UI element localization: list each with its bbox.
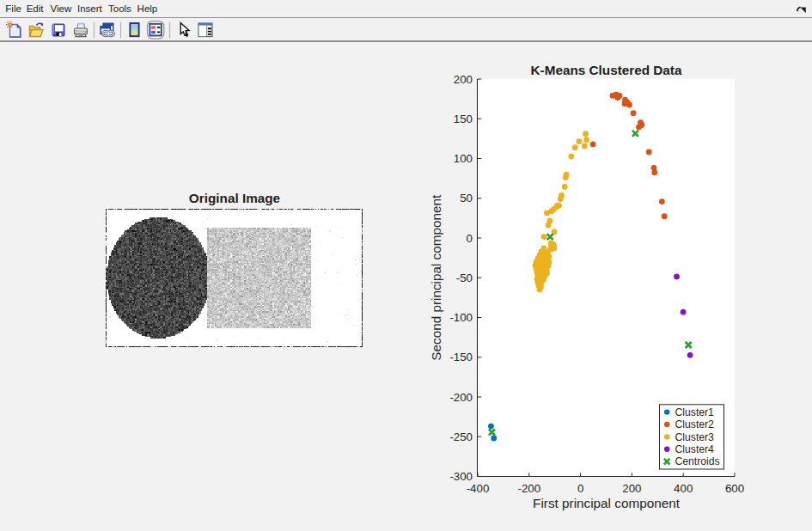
svg-text:0: 0 [577, 482, 583, 495]
svg-text:-50: -50 [456, 272, 473, 284]
svg-text:-400: -400 [467, 482, 490, 495]
svg-text:Cluster2: Cluster2 [675, 418, 715, 430]
svg-text:Cluster4: Cluster4 [675, 443, 715, 455]
svg-text:150: 150 [454, 113, 473, 125]
svg-text:Original Image: Original Image [189, 191, 280, 205]
svg-text:Cluster3: Cluster3 [675, 431, 715, 443]
svg-text:-200: -200 [449, 391, 473, 404]
svg-text:400: 400 [674, 482, 693, 495]
svg-text:600: 600 [725, 482, 744, 495]
svg-text:200: 200 [454, 73, 473, 86]
svg-text:-150: -150 [449, 351, 473, 363]
svg-text:Help: Help [137, 3, 158, 14]
svg-text:Second principal component: Second principal component [430, 194, 444, 361]
svg-text:-300: -300 [449, 470, 473, 483]
svg-text:50: 50 [460, 192, 473, 204]
svg-text:0: 0 [467, 232, 473, 245]
svg-text:-200: -200 [517, 482, 540, 495]
svg-text:K-Means Clustered Data: K-Means Clustered Data [531, 63, 682, 77]
svg-text:File: File [5, 3, 21, 14]
svg-text:Insert: Insert [77, 3, 103, 14]
svg-text:Tools: Tools [108, 3, 131, 14]
svg-text:-250: -250 [449, 430, 473, 443]
svg-text:Cluster1: Cluster1 [675, 406, 715, 418]
svg-text:First principal component: First principal component [533, 496, 681, 510]
svg-text:View: View [51, 3, 72, 14]
svg-text:100: 100 [454, 152, 473, 165]
svg-text:Centroids: Centroids [675, 455, 720, 467]
svg-text:200: 200 [622, 482, 641, 495]
svg-text:-100: -100 [449, 311, 473, 324]
svg-text:Edit: Edit [27, 3, 45, 14]
